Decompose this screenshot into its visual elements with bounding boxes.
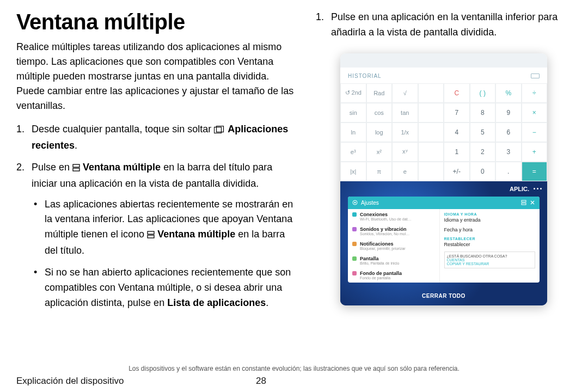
calc-key[interactable]: tan xyxy=(392,103,418,122)
calc-key[interactable]: = xyxy=(522,162,548,181)
aj-sec-restablecer: RESTABLECER xyxy=(444,237,536,241)
calc-key[interactable]: ln xyxy=(340,122,366,142)
calc-key[interactable]: 5 xyxy=(470,122,496,142)
aj-idioma-entrada[interactable]: Idioma y entrada xyxy=(444,217,536,223)
calc-key[interactable]: − xyxy=(522,122,548,142)
ajustes-item-sub: Wi-Fi, Bluetooth, Uso de dat… xyxy=(360,217,412,221)
recents-icon xyxy=(214,123,225,138)
step-3: Pulse en una aplicación en la ventanilla… xyxy=(316,10,572,40)
calc-key[interactable]: 2 xyxy=(470,142,496,162)
calc-spacer xyxy=(418,83,444,103)
close-all-button[interactable]: CERRAR TODO xyxy=(422,293,465,299)
calc-key[interactable]: +/- xyxy=(444,162,470,181)
calc-key[interactable]: e xyxy=(392,162,418,181)
ajustes-title: Ajustes xyxy=(361,200,379,206)
aj-search-box: ¿ESTÁ BUSCANDO OTRA COSA? CUENTAS COPIAR… xyxy=(444,252,536,268)
calc-key[interactable]: % xyxy=(495,83,522,103)
device-screenshot: HISTORIAL ↺ 2ndRad√C( )%÷sincostan789×ln… xyxy=(340,53,547,305)
calc-key[interactable]: |x| xyxy=(340,162,366,181)
calc-key[interactable]: 7 xyxy=(444,103,470,122)
calc-key[interactable]: × xyxy=(522,103,548,122)
category-icon xyxy=(352,212,357,217)
footnote: Los dispositivos y el software están en … xyxy=(0,365,588,372)
svg-rect-2 xyxy=(73,164,79,167)
ajustes-item[interactable]: PantallaBrillo, Pantalla de inicio xyxy=(348,253,439,268)
ajustes-item[interactable]: NotificacionesBloquear, permitir, priori… xyxy=(348,238,439,253)
svg-rect-9 xyxy=(522,203,526,205)
calc-key[interactable]: C xyxy=(444,83,470,103)
calc-spacer xyxy=(418,122,444,142)
calc-key[interactable]: √ xyxy=(392,83,418,103)
calc-key[interactable]: e³ xyxy=(340,142,366,162)
ajustes-item-title: Sonidos y vibración xyxy=(360,226,409,232)
calc-key[interactable]: cos xyxy=(366,103,393,122)
category-icon xyxy=(352,227,357,231)
multiwindow-icon[interactable] xyxy=(521,200,526,205)
close-icon[interactable] xyxy=(530,200,535,205)
calc-key[interactable]: x² xyxy=(366,142,393,162)
svg-rect-4 xyxy=(148,231,154,234)
ajustes-item-sub: Bloquear, permitir, priorizar xyxy=(360,247,406,250)
step-1: Desde cualquier pantalla, toque sin solt… xyxy=(16,122,294,154)
ajustes-item-title: Conexiones xyxy=(360,212,412,217)
category-icon xyxy=(352,242,357,246)
ajustes-item-sub: Brillo, Pantalla de inicio xyxy=(360,261,399,265)
calc-key[interactable]: ( ) xyxy=(470,83,496,103)
calc-spacer xyxy=(418,162,444,181)
calc-key[interactable]: 6 xyxy=(495,122,522,142)
category-icon xyxy=(352,271,357,275)
svg-rect-5 xyxy=(148,235,154,238)
calc-spacer xyxy=(418,103,444,122)
calc-key[interactable]: 1/x xyxy=(392,122,418,142)
calculator-app: HISTORIAL ↺ 2ndRad√C( )%÷sincostan789×ln… xyxy=(340,68,547,181)
step-1-pre: Desde cualquier pantalla, toque sin solt… xyxy=(32,124,214,134)
status-bar xyxy=(340,53,547,68)
svg-rect-8 xyxy=(522,200,526,202)
multiwindow-icon xyxy=(147,228,155,243)
ajustes-item-title: Pantalla xyxy=(360,256,399,261)
aj-box-b[interactable]: COPIAR Y RESTAURAR xyxy=(447,262,533,266)
calc-key[interactable]: Rad xyxy=(366,83,393,103)
page-title: Ventana múltiple xyxy=(16,10,294,34)
ajustes-item[interactable]: ConexionesWi-Fi, Bluetooth, Uso de dat… xyxy=(348,209,439,224)
page-number: 28 xyxy=(256,376,266,387)
aj-sec-idioma: IDIOMA Y HORA xyxy=(444,212,536,216)
calc-key[interactable]: 9 xyxy=(495,103,522,122)
aj-box-a[interactable]: CUENTAS xyxy=(447,258,533,262)
calc-key[interactable]: + xyxy=(522,142,548,162)
calc-key[interactable]: ÷ xyxy=(522,83,548,103)
step-2-bullet-1: Las aplicaciones abiertas recientemente … xyxy=(32,197,294,259)
s2b2-bold: Lista de aplicaciones xyxy=(167,297,266,308)
recents-pane: APLIC. Ajustes ConexionesWi-Fi, Bluetoot… xyxy=(340,181,547,305)
ajustes-item-sub: Fondo de pantalla xyxy=(360,276,402,280)
calc-key[interactable]: 8 xyxy=(470,103,496,122)
multiwindow-icon xyxy=(72,161,80,176)
more-icon[interactable] xyxy=(534,188,542,189)
ajustes-item[interactable]: Fondo de pantallaFondo de pantalla xyxy=(348,268,439,283)
calc-key[interactable]: sin xyxy=(340,103,366,122)
step-2-pre: Pulse en xyxy=(32,162,72,173)
calc-key[interactable]: 0 xyxy=(470,162,496,181)
calc-key[interactable]: . xyxy=(495,162,522,181)
aj-restablecer[interactable]: Restablecer xyxy=(444,242,536,247)
calc-key[interactable]: log xyxy=(366,122,393,142)
ajustes-card[interactable]: Ajustes ConexionesWi-Fi, Bluetooth, Uso … xyxy=(348,197,540,283)
aj-fecha-hora[interactable]: Fecha y hora xyxy=(444,227,536,232)
step-2: Pulse en Ventana múltiple en la barra de… xyxy=(16,160,294,311)
step-2-bullet-2: Si no se han abierto aplicaciones recien… xyxy=(32,265,294,311)
calc-key[interactable]: 4 xyxy=(444,122,470,142)
aplic-label[interactable]: APLIC. xyxy=(510,186,529,192)
ajustes-item[interactable]: Sonidos y vibraciónSonidos, Vibración, N… xyxy=(348,224,439,238)
calc-key[interactable]: xʸ xyxy=(392,142,418,162)
category-icon xyxy=(352,256,357,261)
calc-key[interactable]: ↺ 2nd xyxy=(340,83,366,103)
calc-key[interactable]: 1 xyxy=(444,142,470,162)
gear-icon xyxy=(352,200,358,205)
svg-point-7 xyxy=(354,202,356,204)
calc-history-label: HISTORIAL xyxy=(348,73,382,79)
calc-key[interactable]: 3 xyxy=(495,142,522,162)
ajustes-item-title: Fondo de pantalla xyxy=(360,271,402,276)
intro-text: Realice múltiples tareas utilizando dos … xyxy=(16,40,294,113)
calc-key[interactable]: π xyxy=(366,162,393,181)
ajustes-item-sub: Sonidos, Vibración, No mol… xyxy=(360,232,409,236)
